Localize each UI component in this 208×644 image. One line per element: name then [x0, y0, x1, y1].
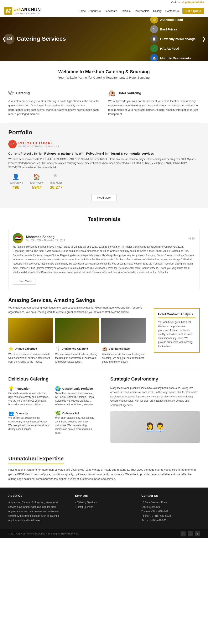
footer-address2: Office, Suite 100	[141, 505, 200, 510]
innovation-text: Our chefs know how to create the right m…	[8, 391, 51, 406]
footer-services: Services Catering Services Hotel Sourcin…	[75, 494, 133, 523]
gastronomy-title: Gastronomic Heritage	[62, 387, 93, 390]
amazing-description: We employ proven sourcing techniques to …	[8, 306, 146, 314]
catering-feat-text: We specialized in world-class catering f…	[55, 352, 99, 364]
persons-icon: 👤	[12, 174, 19, 180]
nav-contact[interactable]: Contact Us	[165, 10, 179, 12]
feature-rates: 🏨 Best hotel Rates When it comes to hote…	[102, 346, 146, 364]
hotel-contract-title: Hotel Contract Analysis	[158, 312, 196, 318]
unique-icon: ⭐	[8, 346, 13, 351]
catering-feat-title: Unmatched Catering	[62, 347, 88, 350]
nav-portfolio[interactable]: Portfolio	[121, 10, 131, 12]
testimonial-read-more-button[interactable]: Read More	[13, 278, 36, 284]
welcome-heading: Welcome to Markhun Catering & Sourcing	[4, 69, 204, 74]
strategic-title: Strategic Gastronomy	[110, 376, 200, 382]
hero-feature-2: $ Best Prices	[150, 25, 196, 33]
welcome-section: Welcome to Markhun Catering & Sourcing Y…	[0, 61, 208, 84]
hotel-service: 🏨 Hotel Sourcing We will provide you wit…	[108, 90, 200, 116]
stat-persons: 👤 Total Persons 498	[8, 174, 23, 190]
hotel-icon: 🏨	[108, 90, 115, 96]
testimonials-title: Testimonials	[8, 216, 200, 222]
poly-name: POLYCULTURAL	[18, 141, 59, 146]
testimonial-card: 🇸🇾 Mohamed Sabbag Sep 09th, 2016 – Novem…	[8, 229, 200, 289]
amazing-image-3	[101, 318, 146, 343]
strategic-image: 👩‍💼👨‍💼	[110, 412, 200, 443]
feature-unique: ⭐ Unique Expertise We have a team of exp…	[8, 346, 52, 364]
diversity-title: Diversity	[16, 412, 28, 415]
hero-feature-text-1: Authentic Food	[160, 18, 183, 22]
welcome-subheading: Your Reliable Partner for Catering Requi…	[4, 76, 204, 79]
feature-catering: 🍴 Unmatched Catering We specialized in w…	[55, 346, 99, 364]
culinary-text: With each passing day, our culinary art …	[55, 416, 98, 435]
get-quote-button[interactable]: Get A Quote	[182, 8, 204, 14]
unique-title: Unique Expertise	[15, 347, 37, 350]
nav-services[interactable]: Services ▾	[104, 10, 117, 12]
hero-section: ❮ 🍽 Catering Services 🍽 Authentic Food $…	[0, 17, 208, 61]
hero-feature-5: 🏠 Multiple Restaurants	[150, 54, 196, 61]
twitter-icon[interactable]: t	[188, 531, 193, 536]
testimonial-prev[interactable]: ◀	[188, 236, 191, 240]
testimonials-section: Testimonials 🇸🇾 Mohamed Sabbag Sep 09th,…	[0, 208, 208, 298]
diversity-text: We delight our customers by continuously…	[8, 416, 51, 431]
nav-gallery[interactable]: Gallery	[153, 10, 162, 12]
footer-hotel-link[interactable]: Hotel Sourcing	[75, 505, 133, 510]
rates-title: Best hotel Rates	[108, 347, 130, 350]
catering-service: 🍽 Catering A key element of every event …	[8, 90, 100, 116]
two-col-section: Delicious Catering 💡 Innovation Our chef…	[0, 370, 208, 449]
innovation-title: Innovation	[16, 387, 30, 390]
unmatched-text: Having been in Ontrario for more than 15…	[8, 468, 200, 481]
hero-feature-3: 📋 Bi-weekly menu change	[150, 35, 196, 43]
portfolio-title: Portfolio	[8, 129, 200, 136]
hotel-description: We will provide you with hotels that mee…	[108, 99, 200, 116]
culinary-icon: 🌿	[55, 410, 61, 416]
nav-testimonials[interactable]: Testimonials	[134, 10, 149, 12]
footer-catering-link[interactable]: Catering Services	[75, 500, 133, 505]
amazing-section: Amazing Services, Amazing Savings We emp…	[0, 297, 208, 366]
logo-icon: M	[4, 7, 12, 14]
googleplus-icon[interactable]: g	[195, 531, 200, 536]
portfolio-read-more-button[interactable]: Read More	[91, 194, 117, 201]
stat-meals: 🍴 Total Meals 36,277	[50, 174, 62, 190]
logo-sub: CATERING & SOURCING	[14, 12, 41, 14]
meals-label: Total Meals	[50, 181, 63, 184]
hotel-contract-box: Hotel Contract Analysis You won't ever g…	[154, 308, 200, 352]
culinary-title: Culinary Art	[62, 412, 79, 415]
hero-feature-text-3: Bi-weekly menu change	[160, 37, 196, 41]
testimonial-next[interactable]: ▶	[192, 236, 195, 240]
meals-icon: 🍴	[52, 174, 60, 180]
nav-about[interactable]: About Us	[90, 10, 101, 12]
footer: About Us At Markhun Catering & Sourcing,…	[0, 488, 208, 529]
delicious-title: Delicious Catering	[8, 376, 98, 382]
hero-arrow-left[interactable]: ❮	[0, 34, 8, 44]
testimonial-avatar: 🇸🇾	[13, 233, 23, 244]
social-icons: f t g	[181, 531, 200, 536]
hero-feature-4: ✓ HALAL Food	[150, 44, 196, 52]
portfolio-project-title: Current Project : Syrian Refugee in part…	[8, 152, 200, 155]
phone-number: +1 (416)-649-5879	[181, 1, 204, 4]
testimonial-name: Mohamed Sabbag	[26, 235, 65, 239]
hero-feature-1: 🍽 Authentic Food	[150, 17, 196, 24]
footer-contact-title: Contact Us	[141, 494, 200, 497]
header: M arkARKHUN CATERING & SOURCING Home Abo…	[0, 5, 208, 17]
delicious-col: Delicious Catering 💡 Innovation Our chef…	[8, 376, 104, 443]
best-prices-icon: $	[150, 25, 158, 33]
persons-label: Total Persons	[8, 181, 23, 184]
footer-phone: Phone: +1 (416)-649-5879	[141, 514, 200, 518]
facebook-icon[interactable]: f	[181, 531, 186, 536]
poly-icon: P	[8, 140, 17, 148]
del-item-innovation: 💡 Innovation Our chefs know how to creat…	[8, 386, 51, 406]
hero-arrow-right[interactable]: ❯	[200, 34, 208, 44]
del-item-gastronomy: 🌍 Gastronomic Heritage Syria, Iraq, Yeme…	[55, 386, 98, 406]
hotel-title: Hotel Sourcing	[117, 91, 141, 95]
rooms-label: Total Rooms	[30, 181, 44, 184]
gastronomy-icon: 🌍	[55, 386, 61, 391]
navigation: Home About Us Services ▾ Portfolio Testi…	[79, 8, 204, 14]
portfolio-description: We have been involved with POLYCULTURAL …	[8, 157, 200, 170]
gastronomy-text: Syria, Iraq, Yemen, India, Pakistan, Sri…	[55, 391, 98, 406]
testimonial-date: Sep 09th, 2016 – November 7th, 2016	[26, 239, 65, 241]
footer-address: 10 Four Seasons Place	[141, 500, 200, 505]
hotel-contract-text: You won't ever get a bad deal. We have c…	[158, 320, 196, 348]
nav-home[interactable]: Home	[79, 10, 86, 12]
footer-about-title: About Us	[8, 494, 67, 497]
strategic-col: Strategic Gastronomy Many menus and prod…	[104, 376, 200, 443]
